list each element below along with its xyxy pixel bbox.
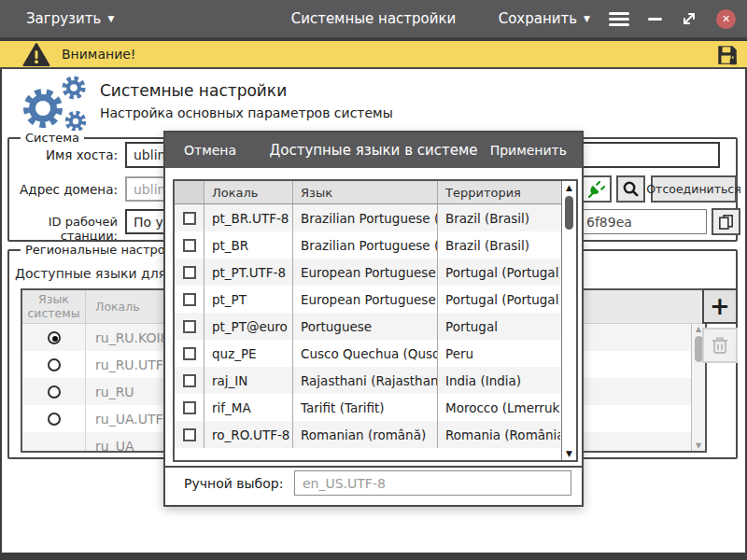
radio-button[interactable] — [48, 413, 61, 426]
cell-territory: Brazil (Brasil) — [438, 204, 560, 231]
minimize-icon[interactable] — [648, 18, 662, 21]
row-checkbox[interactable] — [183, 212, 196, 225]
title-bar: Загрузить ▼ Системные настройки Сохранит… — [0, 0, 747, 37]
manual-choice-label: Ручной выбор: — [184, 476, 283, 491]
row-checkbox[interactable] — [183, 428, 196, 441]
dialog-separator — [165, 466, 582, 468]
cell-locale: pt_PT@euro — [204, 313, 293, 340]
cell-territory: Portugal (Portugal) — [438, 286, 560, 313]
cell-locale: ro_RO.UTF-8 — [204, 421, 293, 448]
search-icon — [622, 180, 640, 198]
workstation-id-label: ID рабочей станции: — [0, 215, 118, 243]
cell-language: European Portuguese (po — [293, 259, 438, 286]
table-row[interactable]: ro_RO.UTF-8 Romanian (română) Romania (R… — [175, 421, 576, 448]
cell-language: Brazilian Portuguese (por — [293, 204, 438, 231]
scroll-down-icon[interactable]: ▼ — [562, 449, 576, 458]
row-checkbox[interactable] — [183, 374, 196, 387]
cell-locale: quz_PE — [204, 340, 293, 367]
warning-text: Внимание! — [62, 47, 135, 62]
connect-button[interactable] — [581, 175, 612, 203]
page-subtitle: Настройка основных параметров системы — [100, 105, 393, 120]
workstation-id-tail: 6f89ea — [586, 215, 632, 230]
row-checkbox[interactable] — [183, 320, 196, 333]
table-row[interactable]: pt_BR Brazilian Portuguese (por Brazil (… — [175, 231, 576, 259]
table-row[interactable]: pt_PT European Portuguese (po Portugal (… — [175, 286, 576, 313]
table-row[interactable]: quz_PE Cusco Quechua (Qusqu r Peru — [175, 340, 576, 367]
cell-language: Romanian (română) — [293, 421, 438, 448]
cell-territory: Portugal (Portugal) — [438, 259, 560, 286]
warning-icon — [22, 42, 50, 67]
radio-button[interactable] — [48, 331, 61, 344]
cell-locale: pt_BR — [204, 231, 293, 259]
table-row[interactable]: pt_BR.UTF-8 Brazilian Portuguese (por Br… — [175, 204, 576, 231]
cell-language: Cusco Quechua (Qusqu r — [293, 340, 438, 367]
save-file-icon[interactable] — [715, 43, 740, 67]
window-controls: Сохранить ▼ ✕ — [499, 9, 736, 29]
close-icon[interactable]: ✕ — [716, 9, 736, 29]
table-header-row: Локаль Язык Территория — [175, 181, 576, 204]
add-language-button[interactable]: + — [702, 288, 738, 324]
save-menu-button[interactable]: Сохранить ▼ — [499, 10, 590, 27]
cell-locale: pt_BR.UTF-8 — [204, 204, 293, 231]
cell-territory: Brazil (Brasil) — [438, 231, 560, 259]
cell-territory: Portugal — [438, 313, 560, 340]
column-header-territory: Территория — [438, 181, 560, 203]
column-header-system-language: Язык системы — [22, 290, 86, 323]
dialog-header: Отмена Доступные языки в системе Примени… — [165, 133, 582, 168]
scroll-up-icon[interactable]: ▲ — [562, 183, 576, 192]
row-checkbox[interactable] — [183, 347, 196, 360]
page-title: Системные настройки — [100, 81, 287, 100]
plug-icon — [586, 179, 607, 200]
plus-icon: + — [710, 292, 730, 320]
trash-icon — [711, 335, 729, 356]
scrollbar-thumb[interactable] — [565, 196, 573, 230]
radio-button[interactable] — [48, 385, 61, 399]
apply-button[interactable]: Применить — [490, 143, 567, 158]
locales-table-scrollbar[interactable]: ▲ ▼ — [561, 181, 576, 460]
cell-territory: Peru — [438, 340, 560, 367]
cell-locale: pt_PT.UTF-8 — [204, 259, 293, 286]
copy-button[interactable] — [712, 208, 740, 235]
cell-language: Tarifit (Tarifit) — [293, 394, 438, 421]
scroll-down-icon[interactable]: ▼ — [692, 441, 705, 450]
column-header-language: Язык — [293, 181, 438, 203]
column-header-checkbox — [175, 181, 204, 203]
domain-label: Адрес домена: — [0, 182, 118, 197]
system-legend: Система — [21, 131, 84, 145]
cell-territory: Romania (România) — [438, 421, 560, 448]
hamburger-menu-icon[interactable] — [609, 12, 629, 26]
warning-bar: Внимание! — [0, 37, 747, 69]
gears-icon — [11, 75, 97, 133]
cell-locale: pt_PT — [204, 286, 293, 313]
cell-locale: rif_MA — [204, 394, 293, 421]
disconnect-button[interactable]: Отсоединиться — [651, 175, 737, 203]
row-checkbox[interactable] — [183, 266, 196, 279]
table-row[interactable]: pt_PT@euro Portuguese Portugal — [175, 313, 576, 340]
column-header-locale: Локаль — [204, 181, 293, 203]
delete-language-button[interactable] — [702, 328, 738, 363]
available-languages-dialog: Отмена Доступные языки в системе Примени… — [163, 131, 584, 507]
manual-choice-input[interactable]: en_US.UTF-8 — [294, 470, 571, 496]
cell-territory: Morocco (Lmerruk) — [438, 394, 560, 421]
radio-button[interactable] — [48, 358, 61, 371]
chevron-down-icon: ▼ — [584, 15, 590, 23]
cell-language: European Portuguese (po — [293, 286, 438, 313]
cell-language: Brazilian Portuguese (por — [293, 231, 438, 259]
window-border-left — [0, 69, 2, 553]
table-row[interactable]: pt_PT.UTF-8 European Portuguese (po Port… — [175, 259, 576, 286]
search-button[interactable] — [616, 175, 645, 203]
cell-locale: raj_IN — [204, 367, 293, 394]
save-menu-label: Сохранить — [499, 10, 577, 27]
row-checkbox[interactable] — [183, 401, 196, 414]
table-body: pt_BR.UTF-8 Brazilian Portuguese (por Br… — [175, 204, 576, 448]
row-checkbox[interactable] — [183, 239, 196, 252]
hostname-label: Имя хоста: — [0, 147, 118, 162]
table-row[interactable]: rif_MA Tarifit (Tarifit) Morocco (Lmerru… — [175, 394, 576, 421]
cell-territory: India (India) — [438, 367, 560, 394]
locales-table: Локаль Язык Территория pt_BR.UTF-8 Brazi… — [173, 179, 578, 462]
cell-language: Portuguese — [293, 313, 438, 340]
row-checkbox[interactable] — [183, 293, 196, 306]
table-row[interactable]: raj_IN Rajasthani (Rajasthani) India (In… — [175, 367, 576, 394]
cell-language: Rajasthani (Rajasthani) — [293, 367, 438, 394]
expand-icon[interactable] — [681, 10, 698, 27]
